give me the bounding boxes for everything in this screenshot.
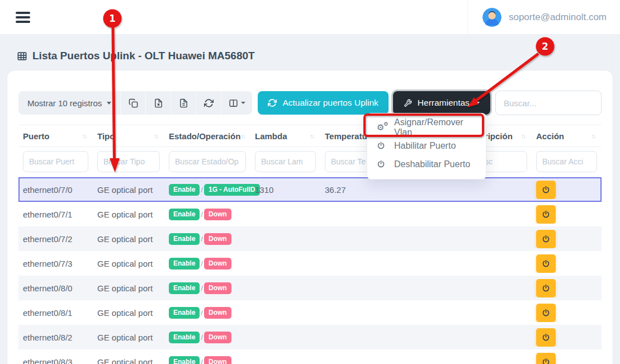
filter-input-2[interactable] xyxy=(97,151,160,172)
power-toggle-button[interactable] xyxy=(536,279,556,297)
power-toggle-button[interactable] xyxy=(536,205,556,224)
refresh-icon[interactable] xyxy=(196,91,221,115)
operacion-badge: Down xyxy=(204,233,231,245)
operacion-badge: Down xyxy=(204,258,231,270)
sort-icon[interactable]: ↑↓ xyxy=(154,133,158,139)
wrench-icon xyxy=(404,99,412,107)
cell-tipo: GE optical port xyxy=(93,185,164,195)
hamburger-menu-icon[interactable] xyxy=(16,12,30,23)
table-row[interactable]: ethernet0/7/3GE optical portEnable/Down xyxy=(18,251,602,276)
sort-icon[interactable]: ↑↓ xyxy=(82,133,86,139)
herramientas-button[interactable]: Herramientas xyxy=(393,91,490,115)
cell-lambda: 1310 xyxy=(250,185,320,195)
cell-accion xyxy=(532,328,602,347)
operacion-badge: Down xyxy=(204,307,231,319)
menu-item-label: Deshabilitar Puerto xyxy=(394,159,470,169)
power-toggle-button[interactable] xyxy=(536,230,556,248)
search-input[interactable] xyxy=(495,91,602,115)
cell-accion xyxy=(532,304,602,322)
filter-input-7[interactable] xyxy=(536,151,597,172)
cell-accion xyxy=(532,205,602,224)
filter-input-3[interactable] xyxy=(169,151,246,172)
estado-badge: Enable xyxy=(169,332,200,343)
power-toggle-button[interactable] xyxy=(536,353,556,364)
cell-estado-operacion: Enable/1G - AutoFullD xyxy=(164,184,250,196)
length-menu-label: Mostrar 10 registros xyxy=(27,98,102,108)
cell-tipo: GE optical port xyxy=(93,259,164,268)
cell-puerto: ethernet0/8/3 xyxy=(18,357,93,364)
length-menu-button[interactable]: Mostrar 10 registros xyxy=(18,91,120,115)
table-row[interactable]: ethernet0/8/3GE optical portEnable/Down xyxy=(18,349,602,364)
annotation-circle-2 xyxy=(536,37,555,56)
power-icon xyxy=(542,259,550,268)
herramientas-label: Herramientas xyxy=(418,98,470,108)
user-menu[interactable]: soporte@adminolt.com xyxy=(467,0,610,34)
sort-icon[interactable]: ↑↓ xyxy=(310,133,314,139)
topbar: soporte@adminolt.com xyxy=(0,0,620,35)
table-header-row: Puerto↑↓Tipo↑↓Estado/Operación↑↓Lambda↑↓… xyxy=(18,125,602,147)
sort-icon[interactable]: ↑↓ xyxy=(591,133,595,139)
estado-badge: Enable xyxy=(169,184,200,196)
table-row[interactable]: ethernet0/7/2GE optical portEnable/Down xyxy=(18,226,602,251)
sort-icon[interactable]: ↑↓ xyxy=(240,133,244,139)
filter-input-4[interactable] xyxy=(255,151,316,172)
badge-separator: / xyxy=(201,186,203,194)
cell-accion xyxy=(532,254,602,273)
column-header-2[interactable]: Tipo↑↓ xyxy=(93,125,164,146)
menu-item-habilitar-puerto[interactable]: Habilitar Puerto xyxy=(367,136,486,155)
operacion-badge: Down xyxy=(204,209,231,220)
power-icon xyxy=(542,333,550,342)
power-icon xyxy=(377,160,388,168)
operacion-badge: Down xyxy=(204,356,231,364)
refresh-icon xyxy=(268,98,277,107)
excel-icon[interactable] xyxy=(145,91,171,115)
cell-accion xyxy=(532,279,602,297)
badge-separator: / xyxy=(201,259,203,268)
columns-icon[interactable] xyxy=(221,91,252,115)
badge-separator: / xyxy=(201,333,203,342)
cell-estado-operacion: Enable/Down xyxy=(164,282,250,294)
power-toggle-button[interactable] xyxy=(536,328,556,347)
column-header-3[interactable]: Estado/Operación↑↓ xyxy=(164,125,250,146)
badge-separator: / xyxy=(201,210,203,219)
filter-input-1[interactable] xyxy=(23,151,88,172)
column-header-7[interactable]: Acción↑↓ xyxy=(532,125,602,146)
actualizar-label: Actualizar puertos Uplink xyxy=(282,98,378,108)
chevron-down-icon xyxy=(107,102,111,105)
column-header-1[interactable]: Puerto↑↓ xyxy=(18,125,93,146)
cell-accion xyxy=(532,230,602,248)
cell-puerto: ethernet0/8/2 xyxy=(18,333,93,342)
power-toggle-button[interactable] xyxy=(536,181,556,199)
avatar xyxy=(482,8,501,27)
estado-badge: Enable xyxy=(169,282,200,294)
cell-estado-operacion: Enable/Down xyxy=(164,209,250,220)
cell-tipo: GE optical port xyxy=(93,308,164,318)
power-toggle-button[interactable] xyxy=(536,254,556,273)
table-row[interactable]: ethernet0/7/1GE optical portEnable/Down xyxy=(18,202,602,226)
table-row[interactable]: ethernet0/8/0GE optical portEnable/Down xyxy=(18,276,602,300)
estado-badge: Enable xyxy=(169,209,200,220)
table-toolbar: Mostrar 10 registros xyxy=(18,91,602,115)
column-label: Estado/Operación xyxy=(169,131,240,141)
power-toggle-button[interactable] xyxy=(536,304,556,322)
badge-separator: / xyxy=(201,235,203,243)
file-text-icon[interactable] xyxy=(171,91,196,115)
column-label: Puerto xyxy=(23,131,50,141)
actualizar-puertos-button[interactable]: Actualizar puertos Uplink xyxy=(258,91,388,115)
chevron-down-icon xyxy=(475,102,480,105)
table-row[interactable]: ethernet0/8/1GE optical portEnable/Down xyxy=(18,300,602,325)
table-row[interactable]: ethernet0/7/0GE optical portEnable/1G - … xyxy=(18,177,602,202)
column-label: Lambda xyxy=(255,131,287,141)
menu-item-deshabilitar-puerto[interactable]: Deshabilitar Puerto xyxy=(367,155,486,173)
sort-icon[interactable]: ↑↓ xyxy=(521,133,525,139)
table-row[interactable]: ethernet0/8/2GE optical portEnable/Down xyxy=(18,325,602,349)
herramientas-dropdown-menu: ⚙⚙ Asignar/Remover Vlan Habilitar Puerto… xyxy=(367,113,486,179)
copy-icon[interactable] xyxy=(120,91,145,115)
page-title-text: Lista Puertos Uplink - OLT Huawei MA5680… xyxy=(32,50,255,62)
column-label: Tipo xyxy=(97,131,115,141)
column-header-4[interactable]: Lambda↑↓ xyxy=(250,125,320,146)
menu-item-asignar-remover-vlan[interactable]: ⚙⚙ Asignar/Remover Vlan xyxy=(367,118,486,136)
menu-item-label: Habilitar Puerto xyxy=(394,141,456,151)
cell-accion xyxy=(532,353,602,364)
estado-badge: Enable xyxy=(169,233,200,245)
